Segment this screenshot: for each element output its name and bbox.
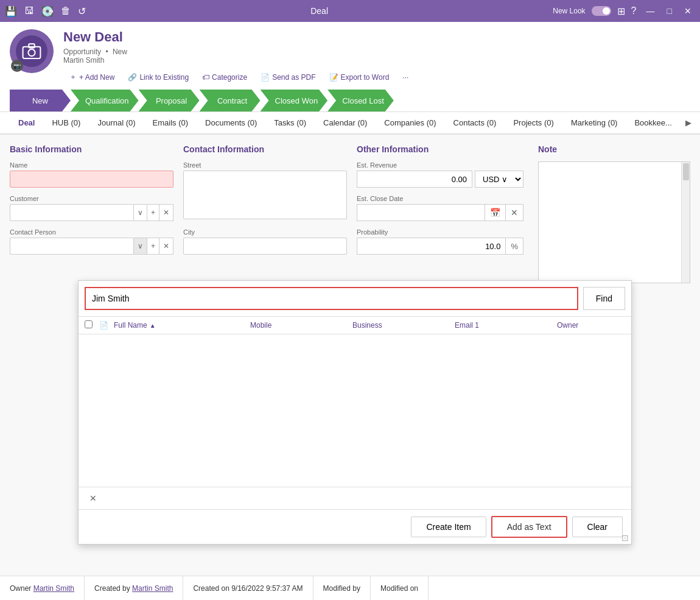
help-btn[interactable]: ? <box>631 5 637 16</box>
tab-projects[interactable]: Projects (0) <box>505 112 562 135</box>
tab-journal[interactable]: Journal (0) <box>89 112 144 135</box>
popup-find-button[interactable]: Find <box>583 287 625 310</box>
resize-handle[interactable]: ⊡ <box>619 532 631 544</box>
word-icon: 📝 <box>329 73 338 82</box>
customer-field-group: Customer ∨ + ✕ <box>10 195 173 221</box>
tab-calendar[interactable]: Calendar (0) <box>315 112 376 135</box>
basic-information-title: Basic Information <box>10 144 173 154</box>
clear-button[interactable]: Clear <box>572 517 623 537</box>
tab-bookkeeping[interactable]: Bookkee... <box>626 112 680 135</box>
nav-icon[interactable]: ⊞ <box>617 5 625 17</box>
save-alt-icon[interactable]: 🖫 <box>24 5 34 16</box>
popup-table-header: 📄 Full Name ▲ Mobile Business Email 1 Ow… <box>79 317 631 334</box>
note-textarea[interactable] <box>539 162 681 283</box>
contact-person-label: Contact Person <box>10 228 173 236</box>
breadcrumb: Opportunity • New Martin Smith <box>63 48 690 65</box>
status-created-by: Created by Martin Smith <box>85 576 183 600</box>
header-email1[interactable]: Email 1 <box>455 321 557 330</box>
customer-input[interactable] <box>10 204 133 221</box>
header-owner[interactable]: Owner <box>557 321 625 330</box>
note-wrapper <box>538 161 690 283</box>
popup-results-body <box>79 334 631 487</box>
calendar-icon-btn[interactable]: 📅 <box>485 204 506 221</box>
svg-rect-2 <box>29 44 35 48</box>
tab-marketing[interactable]: Marketing (0) <box>562 112 626 135</box>
header-doc-icon: 📄 <box>99 321 114 330</box>
date-clear-btn[interactable]: ✕ <box>506 204 523 221</box>
save-icon[interactable]: 💾 <box>5 5 17 17</box>
minimize-btn[interactable]: — <box>643 5 659 17</box>
camera-icon[interactable]: 📷 <box>11 60 23 72</box>
customer-field: ∨ + ✕ <box>10 204 173 221</box>
popup-close-row: ✕ <box>79 487 631 509</box>
city-input[interactable] <box>183 238 347 255</box>
est-close-date-field-group: Est. Close Date 📅 ✕ <box>357 195 523 221</box>
stage-closed-lost[interactable]: Closed Lost <box>327 90 394 111</box>
est-revenue-label: Est. Revenue <box>357 161 523 169</box>
link-to-existing-button[interactable]: 🔗 Link to Existing <box>122 71 195 84</box>
customer-clear-btn[interactable]: ✕ <box>159 204 173 221</box>
stage-closed-won[interactable]: Closed Won <box>261 90 328 111</box>
popup-search-input[interactable] <box>85 287 578 310</box>
title-bar-left: 💾 🖫 💽 🗑 ↺ <box>5 5 86 17</box>
contact-person-add-btn[interactable]: + <box>147 238 159 255</box>
est-close-date-input[interactable] <box>357 204 485 221</box>
new-look-toggle[interactable] <box>592 6 611 16</box>
maximize-btn[interactable]: □ <box>663 5 676 17</box>
street-input[interactable] <box>183 171 347 219</box>
modified-by-label: Modified by <box>323 584 360 593</box>
title-bar-title: Deal <box>310 6 328 16</box>
created-by-link[interactable]: Martin Smith <box>132 584 173 593</box>
stage-qualification[interactable]: Qualification <box>71 90 139 111</box>
create-item-button[interactable]: Create Item <box>411 517 486 537</box>
name-input[interactable] <box>10 171 173 188</box>
currency-select[interactable]: USD ∨ <box>475 171 523 188</box>
street-label: Street <box>183 161 347 169</box>
header-business[interactable]: Business <box>352 321 455 330</box>
header-mobile[interactable]: Mobile <box>250 321 352 330</box>
title-bar-right: New Look ⊞ ? — □ ✕ <box>553 5 695 17</box>
owner-name: Martin Smith <box>63 56 104 65</box>
add-new-button[interactable]: ＋ + Add New <box>63 69 121 85</box>
status-owner: Owner Martin Smith <box>10 576 85 600</box>
header-checkbox[interactable] <box>85 320 93 328</box>
probability-label: Probability <box>357 228 523 236</box>
tab-hub[interactable]: HUB (0) <box>43 112 89 135</box>
pipeline: New Qualification Proposal Contract Clos… <box>10 90 690 111</box>
stage-proposal[interactable]: Proposal <box>139 90 200 111</box>
date-row: 📅 ✕ <box>357 204 523 221</box>
est-revenue-input[interactable]: 0.00 <box>357 171 472 188</box>
tab-emails[interactable]: Emails (0) <box>144 112 197 135</box>
created-by-label: Created by <box>94 584 130 593</box>
more-options-button[interactable]: ··· <box>396 71 415 84</box>
tab-contacts[interactable]: Contacts (0) <box>445 112 505 135</box>
send-as-pdf-button[interactable]: 📄 Send as PDF <box>254 71 321 84</box>
categorize-button[interactable]: 🏷 Categorize <box>196 71 253 84</box>
tab-companies[interactable]: Companies (0) <box>376 112 444 135</box>
stage-new[interactable]: New <box>10 90 71 111</box>
floppy-icon[interactable]: 💽 <box>41 5 54 17</box>
customer-dropdown-btn[interactable]: ∨ <box>133 204 147 221</box>
close-btn[interactable]: ✕ <box>681 5 695 17</box>
note-scrollbar[interactable] <box>681 162 690 283</box>
tab-deal[interactable]: Deal <box>10 112 43 135</box>
export-to-word-button[interactable]: 📝 Export to Word <box>323 71 396 84</box>
stage-contract[interactable]: Contract <box>200 90 261 111</box>
contact-person-clear-btn[interactable]: ✕ <box>159 238 173 255</box>
contact-information-title: Contact Information <box>183 144 347 154</box>
contact-person-input[interactable] <box>10 238 133 255</box>
popup-close-button[interactable]: ✕ <box>83 490 103 507</box>
trash-icon[interactable]: 🗑 <box>61 5 71 16</box>
customer-add-btn[interactable]: + <box>147 204 159 221</box>
contact-person-dropdown-btn[interactable]: ∨ <box>133 238 147 255</box>
owner-link[interactable]: Martin Smith <box>33 584 74 593</box>
probability-input[interactable]: 10.0 <box>357 238 506 255</box>
popup-footer: Create Item Add as Text Clear <box>79 509 631 544</box>
tab-documents[interactable]: Documents (0) <box>197 112 265 135</box>
header-full-name[interactable]: Full Name ▲ <box>114 321 250 330</box>
tabs-right-arrow[interactable]: ▶ <box>681 113 696 132</box>
add-as-text-button[interactable]: Add as Text <box>491 516 567 538</box>
note-title: Note <box>538 144 690 154</box>
tab-tasks[interactable]: Tasks (0) <box>265 112 315 135</box>
refresh-icon[interactable]: ↺ <box>78 5 86 17</box>
